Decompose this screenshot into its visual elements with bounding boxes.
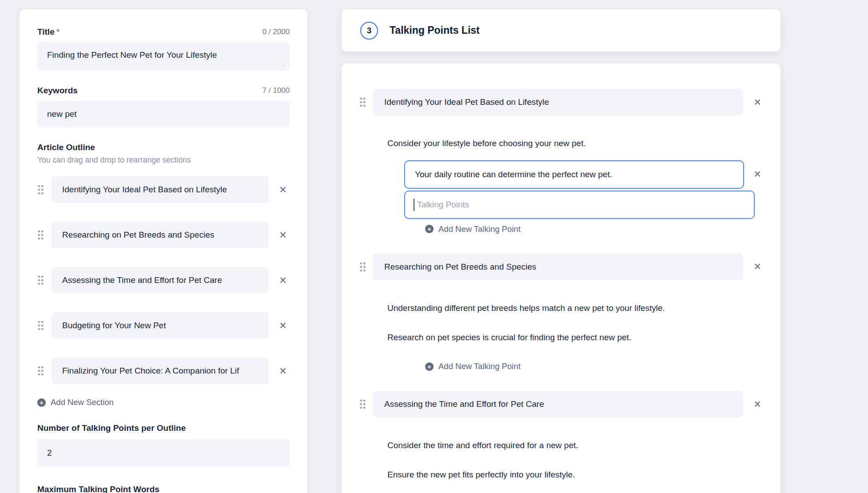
talking-points-count-input[interactable]	[37, 439, 290, 467]
remove-section-icon[interactable]: ×	[279, 320, 287, 332]
group-title-input[interactable]	[373, 89, 743, 115]
remove-talking-point-icon[interactable]: ×	[754, 168, 761, 180]
outline-section-input[interactable]	[52, 267, 269, 294]
outline-section-row: ×	[37, 358, 290, 384]
remove-group-icon[interactable]: ×	[754, 96, 761, 108]
outline-section-input[interactable]	[52, 222, 269, 248]
drag-handle-icon[interactable]	[37, 230, 44, 240]
title-label-row: Title* 0 / 2000	[37, 27, 290, 37]
remove-group-icon[interactable]: ×	[754, 261, 761, 273]
title-label-text: Title	[37, 27, 55, 36]
article-outline-hint: You can drag and drop to rearrange secti…	[37, 155, 290, 165]
required-asterisk: *	[56, 27, 60, 36]
talking-point-text[interactable]: Consider your lifestyle before choosing …	[387, 139, 761, 149]
add-new-talking-point-label: Add New Talking Point	[438, 362, 521, 371]
talking-point-editing-input[interactable]	[404, 160, 744, 189]
outline-section-input[interactable]	[52, 358, 269, 384]
article-settings-panel: Title* 0 / 2000 Finding the Perfect New …	[20, 9, 307, 493]
talking-point-edit-wrap	[404, 191, 755, 219]
remove-section-icon[interactable]: ×	[279, 274, 287, 286]
add-new-section-button[interactable]: + Add New Section	[37, 398, 290, 407]
keywords-char-counter: 7 / 1000	[263, 86, 290, 95]
add-new-talking-point-button[interactable]: + Add New Talking Point	[425, 224, 761, 234]
talking-points-title: Talking Points List	[390, 24, 480, 36]
talking-point-text[interactable]: Research on pet species is crucial for f…	[387, 333, 761, 343]
talking-points-header-card: 3 Talking Points List	[342, 9, 780, 52]
remove-section-icon[interactable]: ×	[279, 229, 287, 241]
outline-section-row: ×	[37, 176, 290, 203]
talking-point-edit-wrap	[404, 160, 744, 189]
drag-handle-icon[interactable]	[359, 97, 366, 107]
drag-handle-icon[interactable]	[37, 320, 44, 331]
add-new-section-label: Add New Section	[51, 398, 114, 407]
talking-point-edit-row	[404, 191, 761, 219]
outline-section-input[interactable]	[52, 176, 269, 203]
outline-section-row: ×	[37, 312, 290, 339]
drag-handle-icon[interactable]	[37, 275, 44, 286]
talking-points-group: Understanding different pet breeds helps…	[359, 303, 761, 372]
drag-handle-icon[interactable]	[359, 262, 366, 272]
drag-handle-icon[interactable]	[37, 184, 44, 195]
talking-points-count-label: Number of Talking Points per Outline	[37, 423, 290, 433]
talking-point-text[interactable]: Ensure the new pet fits perfectly into y…	[387, 470, 761, 480]
group-title-input[interactable]	[373, 391, 743, 417]
title-field-wrap: Finding the Perfect New Pet for Your Lif…	[37, 42, 290, 71]
remove-section-icon[interactable]: ×	[279, 365, 287, 377]
add-new-talking-point-label: Add New Talking Point	[438, 224, 521, 234]
keywords-label: Keywords	[37, 86, 78, 95]
talking-points-group: Consider your lifestyle before choosing …	[359, 139, 761, 234]
title-label: Title*	[37, 27, 60, 37]
drag-handle-icon[interactable]	[359, 399, 366, 410]
drag-handle-icon[interactable]	[37, 366, 44, 376]
remove-section-icon[interactable]: ×	[279, 184, 287, 196]
title-char-counter: 0 / 2000	[263, 28, 290, 36]
title-input[interactable]: Finding the Perfect New Pet for Your Lif…	[37, 42, 290, 71]
talking-point-text[interactable]: Consider the time and effort required fo…	[387, 441, 761, 451]
talking-point-group-row: ×	[359, 254, 761, 280]
plus-icon: +	[37, 398, 46, 407]
step-number-badge: 3	[360, 22, 378, 40]
remove-group-icon[interactable]: ×	[754, 398, 761, 410]
talking-point-group-row: ×	[359, 89, 761, 115]
talking-point-group-row: ×	[359, 391, 761, 417]
outline-section-input[interactable]	[52, 312, 269, 339]
outline-section-row: ×	[37, 222, 290, 248]
keywords-label-row: Keywords 7 / 1000	[37, 86, 290, 95]
new-talking-point-input[interactable]	[404, 191, 755, 219]
max-talking-point-words-label: Maximum Talking Point Words	[37, 485, 290, 493]
outline-section-row: ×	[37, 267, 290, 294]
talking-points-group: Consider the time and effort required fo…	[359, 441, 761, 493]
article-outline-heading: Article Outline	[37, 143, 290, 152]
talking-point-edit-row: ×	[404, 160, 761, 189]
plus-icon: +	[425, 225, 434, 233]
keywords-input[interactable]	[37, 101, 290, 127]
talking-point-text[interactable]: Understanding different pet breeds helps…	[387, 303, 761, 314]
plus-icon: +	[425, 362, 434, 371]
add-new-talking-point-button[interactable]: + Add New Talking Point	[425, 362, 761, 371]
keywords-field-wrap	[37, 101, 290, 127]
talking-points-list-card: × Consider your lifestyle before choosin…	[342, 64, 780, 493]
group-title-input[interactable]	[373, 254, 743, 280]
